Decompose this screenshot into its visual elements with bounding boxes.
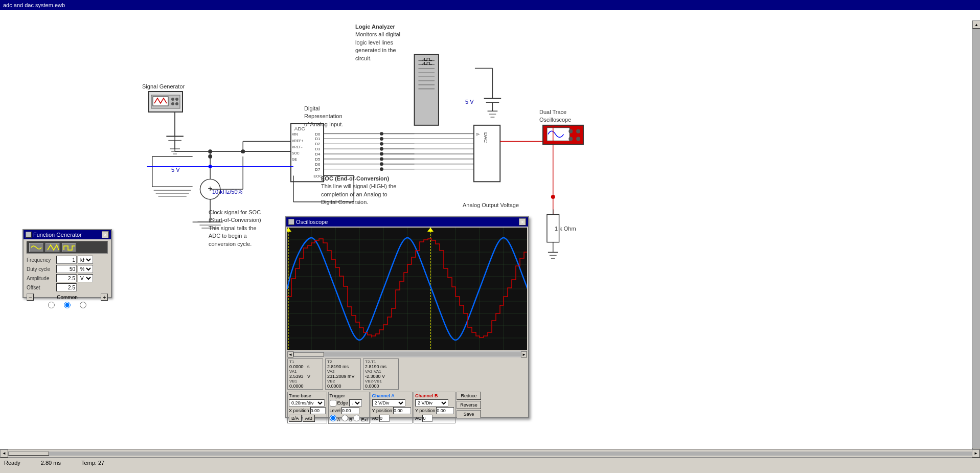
svg-point-107 [568, 129, 573, 133]
svg-text:D3: D3 [315, 147, 321, 151]
fg-radio-common[interactable] [64, 302, 71, 309]
osc-vb2-label: VB2 [327, 379, 359, 384]
svg-point-24 [241, 149, 245, 153]
func-gen-titlebar: Function Generator × [24, 230, 111, 239]
svg-point-120 [171, 98, 174, 101]
vscroll-up-btn[interactable]: ▲ [972, 20, 980, 29]
fg-duty-unit[interactable]: % [78, 265, 93, 273]
osc-channel-a-ac-input[interactable] [379, 415, 390, 422]
title-text: adc and dac system.ewb [3, 2, 65, 8]
svg-point-121 [175, 98, 178, 101]
fg-radio-minus[interactable] [48, 302, 55, 309]
logic-analyzer-desc: Monitors all digitallogic level linesgen… [355, 31, 400, 62]
logic-analyzer-title: Logic Analyzer [355, 23, 400, 31]
osc-meas-t2: T2 2.8190 ms VA2 231.2089 mV VB2 0.0000 [325, 358, 361, 390]
osc-channel-b-ac-input[interactable] [422, 415, 432, 422]
fg-frequency-input[interactable] [56, 256, 77, 264]
osc-channel-b-ac-row: AC [415, 415, 454, 422]
osc-timebase-select[interactable]: 0.20ms/div [289, 399, 325, 407]
svg-text:D4: D4 [315, 152, 321, 156]
svg-point-58 [380, 157, 383, 161]
osc-t1-label: T1 [289, 359, 321, 364]
osc-trigger-b-label[interactable]: B [341, 415, 353, 422]
osc-trigger-a-label[interactable]: A [330, 415, 340, 422]
osc-channel-b-label: Channel B [415, 393, 454, 398]
svg-text:D7: D7 [315, 167, 320, 172]
svg-point-123 [175, 102, 178, 105]
osc-hscrollbar[interactable]: ◄ ► [287, 351, 527, 357]
osc-ba-row: B/A A/B [289, 415, 326, 422]
voltage-label-left: 5 V [171, 166, 180, 174]
osc-trigger-edge-label: Edge [337, 400, 348, 406]
osc-titlebar: Oscilloscope × [286, 217, 528, 227]
vertical-scrollbar[interactable]: ▲ ▼ [972, 20, 980, 449]
fg-offset-input[interactable] [56, 283, 77, 291]
hscroll-left-btn[interactable]: ◄ [0, 449, 8, 458]
fg-frequency-label: Frequency [27, 257, 56, 263]
osc-channel-b-vdiv[interactable]: 2 V/Div 1 V/Div 5 V/Div [415, 399, 448, 407]
osc-scroll-track [293, 352, 521, 356]
osc-trigger-edge-select[interactable]: ↗ [349, 399, 362, 407]
svg-text:0+: 0+ [476, 132, 480, 136]
fg-frequency-unit[interactable]: kHz Hz MHz [78, 256, 93, 264]
hscroll-right-btn[interactable]: ► [972, 449, 980, 458]
osc-reduce-btn[interactable]: Reduce [457, 392, 481, 400]
svg-point-25 [208, 154, 212, 159]
osc-channel-b-ypos-label: Y position [415, 408, 435, 413]
osc-scroll-thumb[interactable] [293, 352, 324, 356]
svg-rect-105 [543, 125, 583, 144]
osc-scroll-right[interactable]: ► [521, 351, 527, 357]
resistor-label: 1 k Ohm [555, 225, 576, 233]
fg-sine-btn[interactable] [29, 243, 43, 252]
svg-text:VREF-: VREF- [292, 145, 303, 149]
osc-channel-b-ypos-input[interactable] [436, 407, 454, 414]
osc-xpos-input[interactable] [310, 407, 326, 414]
osc-close-btn[interactable]: × [519, 218, 526, 226]
svg-text:D6: D6 [315, 162, 321, 167]
svg-point-57 [380, 152, 383, 156]
fg-radio-plus[interactable] [80, 302, 86, 309]
fg-triangle-btn[interactable] [45, 243, 60, 252]
hscroll-thumb[interactable] [8, 452, 49, 456]
osc-meas-t2t1: T2-T1 2.8190 ms VA2-VA1 -2.3080 V VB2-VB… [363, 358, 399, 390]
fg-square-btn[interactable] [62, 243, 76, 252]
svg-point-59 [380, 162, 383, 166]
osc-trigger-ext-label[interactable]: Ext [353, 415, 368, 422]
osc-channel-b-ypos-row: Y position [415, 407, 454, 414]
osc-screen [287, 228, 527, 350]
osc-scroll-left[interactable]: ◄ [287, 351, 293, 357]
svg-point-54 [380, 137, 383, 141]
fg-duty-input[interactable] [56, 265, 77, 273]
fg-offset-label: Offset [27, 285, 56, 290]
osc-ba-btn[interactable]: B/A [289, 415, 302, 422]
horizontal-scrollbar[interactable]: ◄ ► [0, 449, 980, 457]
osc-trigger-edge-row: Edge ↗ [330, 399, 368, 407]
fg-amplitude-input[interactable] [56, 274, 77, 282]
svg-text:GE: GE [292, 157, 297, 161]
svg-text:ADC: ADC [294, 126, 305, 131]
osc-channel-a-ypos-input[interactable] [393, 407, 411, 414]
osc-ab-btn[interactable]: A/B [303, 415, 315, 422]
svg-point-110 [576, 137, 580, 141]
fg-plus-btn[interactable]: + [101, 294, 108, 301]
eoc-annotation: EOC (End-of-Conversion) This line will s… [321, 175, 396, 207]
svg-text:DAC: DAC [483, 132, 489, 143]
osc-channel-a-ac-label: AC [372, 416, 379, 421]
osc-channel-a-vdiv[interactable]: 2 V/Div 1 V/Div 5 V/Div [372, 399, 405, 407]
osc-channel-a-ypos-label: Y position [372, 408, 392, 413]
func-gen-close-btn[interactable]: × [102, 231, 109, 238]
fg-amplitude-unit[interactable]: V mV [78, 274, 93, 282]
digital-rep-annotation: DigitalRepresentationof Analog Input. [304, 105, 343, 128]
svg-text:D5: D5 [315, 157, 321, 162]
analog-output-annotation: Analog Output Voltage [463, 201, 519, 209]
osc-measurements: T1 0.0000 s VA1 2.5393 V VB1 0.0000 T2 2… [287, 358, 527, 390]
fg-amplitude-label: Amplitude [27, 276, 56, 281]
osc-trigger-edge-check[interactable] [330, 400, 336, 407]
vscroll-down-btn[interactable]: ▼ [972, 448, 980, 449]
osc-reverse-btn[interactable]: Reverse [457, 401, 481, 409]
fg-minus-btn[interactable]: − [27, 294, 34, 301]
osc-timebase-section: Time base 0.20ms/div X position B/A A/B [287, 392, 327, 423]
osc-save-btn[interactable]: Save [457, 410, 481, 418]
status-ready: Ready [4, 460, 20, 466]
osc-trigger-level-input[interactable] [341, 407, 359, 414]
